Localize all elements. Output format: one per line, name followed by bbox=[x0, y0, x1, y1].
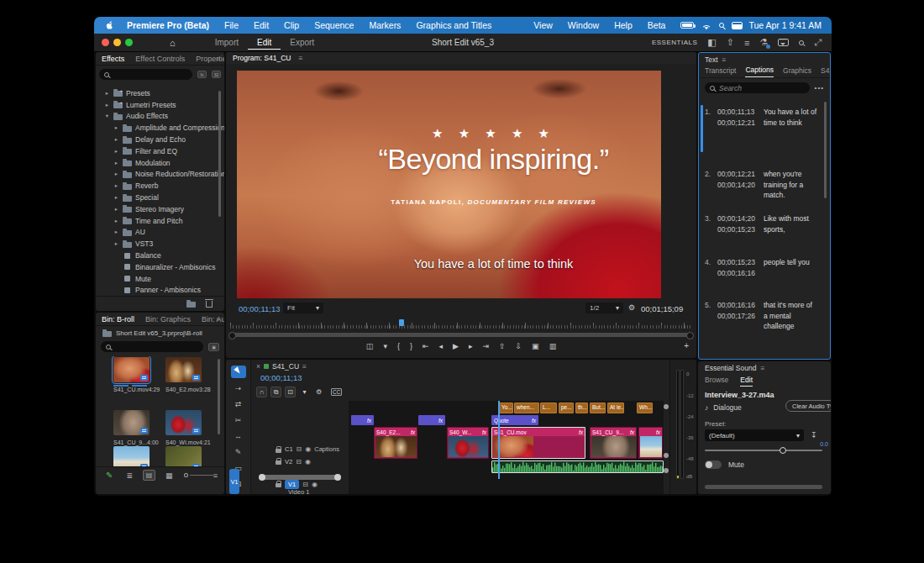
volume-slider[interactable] bbox=[705, 450, 822, 451]
caption-text[interactable]: You have a lot of time to think bbox=[764, 107, 816, 128]
caption-list-item[interactable]: 3. 00;00;14;2000;00;15;23 Like with most… bbox=[705, 213, 816, 234]
thumbnail-view-icon[interactable]: ▤ bbox=[143, 470, 155, 481]
chevron-icon[interactable]: ▸ bbox=[113, 160, 119, 166]
export-frame-button[interactable]: ▣ bbox=[532, 342, 539, 350]
eye-icon[interactable]: ◉ bbox=[305, 445, 311, 453]
search-bin-icon[interactable]: ▣ bbox=[208, 343, 219, 351]
captions-visibility-icon[interactable]: CC bbox=[331, 388, 342, 396]
zoom-slider[interactable] bbox=[190, 475, 213, 476]
chevron-icon[interactable]: ▾ bbox=[104, 113, 110, 119]
battery-icon[interactable] bbox=[680, 22, 694, 29]
caption-clip[interactable]: But... bbox=[590, 403, 606, 413]
chevron-icon[interactable]: ▸ bbox=[113, 240, 119, 247]
caption-list-item[interactable]: 4. 00;00;15;2300;00;16;16 people tell yo… bbox=[705, 257, 816, 278]
clip-thumbnail[interactable] bbox=[113, 410, 150, 435]
menubar-clock[interactable]: Tue Apr 1 9:41 AM bbox=[748, 20, 822, 30]
button-editor-plus[interactable]: + bbox=[684, 341, 689, 350]
lift-button[interactable]: ⇧ bbox=[499, 342, 506, 350]
caption-clip[interactable]: L... bbox=[540, 403, 557, 413]
caption-timecodes[interactable]: 00;00;16;1600;00;17;26 bbox=[717, 300, 764, 332]
effects-tree-item[interactable]: ▸ Stereo Imagery bbox=[96, 203, 224, 215]
comments-icon[interactable] bbox=[778, 39, 789, 46]
menubar-item[interactable]: Markers bbox=[361, 20, 408, 30]
save-preset-icon[interactable]: ↧ bbox=[811, 431, 817, 439]
close-window-button[interactable] bbox=[102, 39, 109, 46]
bin-tab[interactable]: Bin: Au bbox=[202, 315, 224, 324]
panel-menu-icon[interactable]: ≡ bbox=[298, 54, 302, 62]
workspace-label[interactable]: ESSENTIALS bbox=[652, 39, 697, 46]
workspaces-icon[interactable]: ◧ bbox=[707, 37, 716, 48]
header-nav-tab[interactable]: Export bbox=[281, 35, 323, 50]
apple-menu-icon[interactable] bbox=[104, 20, 114, 31]
video-clip[interactable]: S40_E2...fx bbox=[374, 427, 417, 459]
panel-menu-icon[interactable]: ≡ bbox=[302, 362, 307, 371]
caption-list-item[interactable]: 1. 00;00;11;1300;00;12;21 You have a lot… bbox=[705, 107, 816, 128]
caption-text[interactable]: when you're training for a match. bbox=[764, 169, 816, 201]
slip-tool[interactable]: ↔ bbox=[231, 429, 246, 442]
freeform-view-icon[interactable]: ▦ bbox=[165, 471, 173, 480]
more-options-icon[interactable]: ••• bbox=[815, 84, 824, 92]
timeline-vertical-scroll[interactable] bbox=[664, 401, 669, 482]
lock-icon[interactable] bbox=[276, 483, 281, 487]
header-nav-tab[interactable]: Import bbox=[206, 35, 248, 50]
chevron-icon[interactable]: ▸ bbox=[113, 148, 119, 155]
timeline-horizontal-scrollbar[interactable] bbox=[260, 475, 339, 480]
timeline-settings-wrench-icon[interactable]: ⚙ bbox=[313, 387, 324, 397]
caption-clip[interactable]: Yo... bbox=[499, 403, 513, 413]
caption-text[interactable]: Like with most sports, bbox=[764, 213, 816, 234]
text-panel-tab[interactable]: Transcript bbox=[705, 66, 736, 77]
effects-tree-item[interactable]: ▾ Audio Effects bbox=[96, 111, 224, 123]
caption-list-item[interactable]: 2. 00;00;12;2100;00;14;20 when you're tr… bbox=[705, 169, 816, 201]
linked-selection-icon[interactable]: ⧉ bbox=[270, 387, 281, 397]
accelerated-effects-filter-icon[interactable]: fx bbox=[197, 71, 207, 78]
caption-list-scrollbar[interactable] bbox=[824, 102, 827, 198]
wifi-icon[interactable] bbox=[701, 22, 711, 29]
chevron-icon[interactable]: ▸ bbox=[113, 136, 119, 143]
menubar-item[interactable]: Graphics and Titles bbox=[408, 20, 499, 30]
sync-lock-icon[interactable]: ⊟ bbox=[296, 458, 302, 466]
effects-tree-item[interactable]: Balance bbox=[96, 250, 224, 261]
effects-search-input[interactable] bbox=[99, 69, 192, 80]
caption-track-id[interactable]: C1 bbox=[285, 445, 293, 453]
effects-tree-item[interactable]: ▸ Noise Reduction/Restoration bbox=[96, 169, 224, 181]
caption-clip[interactable]: At le... bbox=[607, 403, 624, 413]
mute-toggle[interactable] bbox=[705, 460, 722, 469]
step-back-button[interactable]: ◂ bbox=[438, 342, 443, 350]
graphic-clip[interactable]: fx bbox=[351, 415, 374, 425]
audio-clip[interactable] bbox=[491, 460, 664, 473]
chevron-icon[interactable]: ▸ bbox=[113, 206, 119, 213]
selection-tool[interactable] bbox=[231, 366, 246, 378]
sort-icon[interactable]: ≡ bbox=[213, 471, 218, 480]
list-view-icon[interactable]: ≣ bbox=[126, 471, 133, 480]
caption-timecodes[interactable]: 00;00;15;2300;00;16;16 bbox=[717, 257, 764, 278]
video-clip[interactable]: fx bbox=[638, 427, 663, 459]
menubar-item[interactable]: Window bbox=[560, 20, 606, 30]
fullscreen-icon[interactable]: ⤢ bbox=[814, 37, 822, 48]
spotlight-search-icon[interactable] bbox=[719, 23, 724, 28]
video-clip[interactable]: S40_W...fx bbox=[447, 427, 489, 459]
chevron-icon[interactable]: ▸ bbox=[113, 171, 119, 177]
header-nav-tab[interactable]: Edit bbox=[248, 35, 281, 50]
caption-text[interactable]: people tell you bbox=[764, 257, 816, 278]
caption-search-input[interactable]: Search bbox=[705, 82, 810, 93]
mark-in-button[interactable]: { bbox=[397, 342, 400, 350]
bin-clip[interactable] bbox=[113, 446, 150, 466]
bin-search-input[interactable] bbox=[101, 341, 203, 352]
essential-sound-tab[interactable]: Browse bbox=[705, 376, 728, 387]
sync-lock-icon[interactable]: ⊟ bbox=[297, 445, 302, 453]
extract-button[interactable]: ⇩ bbox=[516, 342, 522, 350]
edit-pencil-icon[interactable]: ✎ bbox=[106, 471, 113, 480]
chevron-icon[interactable]: ▸ bbox=[113, 218, 119, 224]
caption-list-item[interactable]: 5. 00;00;16;1600;00;17;26 that it's more… bbox=[705, 300, 816, 332]
eye-icon[interactable]: ◉ bbox=[312, 481, 318, 488]
zoom-level-select[interactable]: Fit▾ bbox=[283, 303, 323, 313]
bin-breadcrumb[interactable]: Short Edit v65_3.prproj\B-roll bbox=[116, 329, 202, 337]
zoom-slider-knob[interactable] bbox=[184, 473, 188, 477]
lock-icon[interactable] bbox=[276, 449, 281, 453]
effects-tree-item[interactable]: ▸ Reverb bbox=[96, 180, 224, 192]
chevron-icon[interactable]: ▸ bbox=[104, 90, 110, 97]
step-forward-button[interactable]: ▸ bbox=[469, 342, 473, 350]
ripple-edit-tool[interactable]: ⇄ bbox=[231, 397, 246, 410]
graphic-clip[interactable]: fx bbox=[418, 415, 445, 425]
sync-lock-icon[interactable]: ⊟ bbox=[302, 481, 308, 488]
